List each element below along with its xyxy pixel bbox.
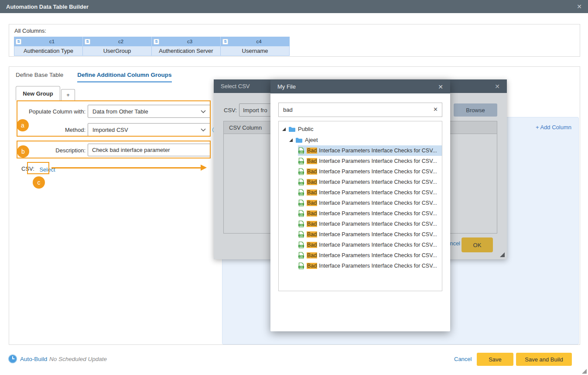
csv-file-icon: CSV: [298, 220, 304, 227]
file-item[interactable]: CSV BadInterface Parameters Interface Ch…: [279, 250, 442, 261]
my-file-dialog-titlebar: My File ✕: [270, 80, 450, 93]
file-name: Interface Parameters Interface Checks fo…: [319, 158, 437, 164]
add-column-link[interactable]: + Add Column: [536, 124, 571, 131]
string-type-icon: S: [16, 39, 21, 45]
column-name: Authentication Server: [151, 46, 221, 56]
csv-select-link[interactable]: Select: [36, 163, 58, 175]
populate-column-value: Data from Other Table: [92, 108, 201, 115]
svg-text:CSV: CSV: [299, 193, 303, 195]
chevron-down-icon: [201, 128, 206, 131]
file-search-input[interactable]: [278, 103, 442, 117]
search-match-highlight: Bad: [307, 210, 317, 217]
all-columns-section: All Columns: S c1 Authentication Type S …: [9, 24, 580, 57]
search-match-highlight: Bad: [307, 200, 317, 206]
clear-search-icon[interactable]: ✕: [433, 106, 438, 113]
expander-icon[interactable]: [289, 138, 293, 142]
method-value: Imported CSV: [92, 127, 201, 133]
populate-column-select[interactable]: Data from Other Table: [88, 105, 211, 118]
file-item[interactable]: CSV BadInterface Parameters Interface Ch…: [279, 229, 442, 240]
file-name: Interface Parameters Interface Checks fo…: [319, 231, 437, 237]
auto-build-link[interactable]: Auto-Build: [20, 356, 47, 362]
file-name: Interface Parameters Interface Checks fo…: [319, 189, 437, 196]
csv-file-icon: CSV: [298, 231, 304, 238]
svg-text:CSV: CSV: [299, 234, 303, 237]
column-id: c2: [90, 39, 151, 44]
add-group-tab-button[interactable]: +: [61, 89, 75, 100]
svg-text:CSV: CSV: [299, 266, 303, 268]
close-icon[interactable]: ✕: [577, 3, 582, 10]
method-select[interactable]: Imported CSV: [88, 123, 211, 136]
column-name: UserGroup: [82, 46, 152, 56]
svg-text:CSV: CSV: [299, 151, 303, 153]
search-match-highlight: Bad: [307, 189, 317, 196]
search-match-highlight: Bad: [307, 252, 317, 258]
file-item[interactable]: CSV BadInterface Parameters Interface Ch…: [279, 177, 442, 187]
file-name: Interface Parameters Interface Checks fo…: [319, 252, 437, 258]
file-name: Interface Parameters Interface Checks fo…: [319, 200, 437, 206]
string-type-icon: S: [222, 39, 228, 45]
search-match-highlight: Bad: [307, 158, 317, 164]
file-item[interactable]: CSV BadInterface Parameters Interface Ch…: [279, 156, 442, 166]
annotation-badge-a: a: [17, 119, 29, 131]
svg-text:CSV: CSV: [299, 224, 303, 226]
search-match-highlight: Bad: [307, 179, 317, 185]
my-file-dialog: My File ✕ ✕ Public Ajeet: [270, 80, 450, 331]
file-tree: Public Ajeet CSV BadInterface Parameters…: [278, 121, 442, 291]
column-c2: S c2 UserGroup: [83, 37, 152, 56]
csv-file-icon: CSV: [298, 168, 304, 175]
file-list: CSV BadInterface Parameters Interface Ch…: [279, 145, 442, 271]
tab-define-additional-column-groups[interactable]: Define Additional Column Groups: [77, 72, 171, 83]
column-header: S c2: [83, 37, 152, 46]
expander-icon[interactable]: [282, 127, 286, 131]
tree-folder-public[interactable]: Public: [279, 124, 442, 134]
folder-name: Ajeet: [305, 137, 318, 143]
folder-name: Public: [298, 126, 313, 132]
csv-file-icon: CSV: [298, 200, 304, 206]
search-match-highlight: Bad: [307, 148, 317, 154]
file-item[interactable]: CSV BadInterface Parameters Interface Ch…: [279, 187, 442, 198]
search-match-highlight: Bad: [307, 221, 317, 227]
chevron-down-icon: [201, 110, 206, 113]
string-type-icon: S: [154, 39, 159, 45]
file-item[interactable]: CSV BadInterface Parameters Interface Ch…: [279, 240, 442, 250]
file-name: Interface Parameters Interface Checks fo…: [319, 148, 437, 154]
csv-file-icon: CSV: [298, 147, 304, 154]
schedule-status: No Scheduled Update: [49, 356, 107, 362]
search-match-highlight: Bad: [307, 169, 317, 175]
svg-text:CSV: CSV: [299, 245, 303, 247]
column-name: Username: [220, 46, 290, 56]
description-input[interactable]: [88, 144, 211, 156]
file-item[interactable]: CSV BadInterface Parameters Interface Ch…: [279, 145, 442, 156]
search-match-highlight: Bad: [307, 231, 317, 237]
annotation-arrow: [51, 167, 202, 169]
csv-file-icon: CSV: [298, 189, 304, 196]
save-and-build-button[interactable]: Save and Build: [516, 353, 572, 366]
file-item[interactable]: CSV BadInterface Parameters Interface Ch…: [279, 166, 442, 177]
svg-text:CSV: CSV: [299, 255, 303, 258]
save-button[interactable]: Save: [477, 353, 513, 366]
column-c3: S c3 Authentication Server: [152, 37, 221, 56]
column-id: c3: [159, 39, 220, 44]
tab-new-group[interactable]: New Group: [16, 86, 60, 100]
tree-folder-ajeet[interactable]: Ajeet: [279, 134, 442, 145]
window-resize-handle[interactable]: [582, 369, 587, 374]
column-id: c1: [21, 39, 82, 44]
string-type-icon: S: [85, 39, 90, 45]
main-tab-strip: Define Base Table Define Additional Colu…: [16, 72, 172, 83]
svg-text:CSV: CSV: [299, 172, 303, 174]
file-item[interactable]: CSV BadInterface Parameters Interface Ch…: [279, 208, 442, 219]
column-id: c4: [228, 39, 290, 44]
cancel-link[interactable]: Cancel: [454, 356, 472, 362]
file-item[interactable]: CSV BadInterface Parameters Interface Ch…: [279, 219, 442, 229]
window-titlebar: Automation Data Table Builder ✕: [0, 0, 588, 13]
close-icon[interactable]: ✕: [438, 83, 443, 90]
svg-text:CSV: CSV: [299, 182, 303, 184]
tab-define-base-table[interactable]: Define Base Table: [16, 72, 63, 83]
file-name: Interface Parameters Interface Checks fo…: [319, 221, 437, 227]
window-title: Automation Data Table Builder: [6, 3, 89, 10]
svg-text:CSV: CSV: [299, 213, 303, 216]
my-file-dialog-title: My File: [277, 83, 296, 90]
file-item[interactable]: CSV BadInterface Parameters Interface Ch…: [279, 261, 442, 271]
csv-file-icon: CSV: [298, 210, 304, 217]
file-item[interactable]: CSV BadInterface Parameters Interface Ch…: [279, 198, 442, 208]
